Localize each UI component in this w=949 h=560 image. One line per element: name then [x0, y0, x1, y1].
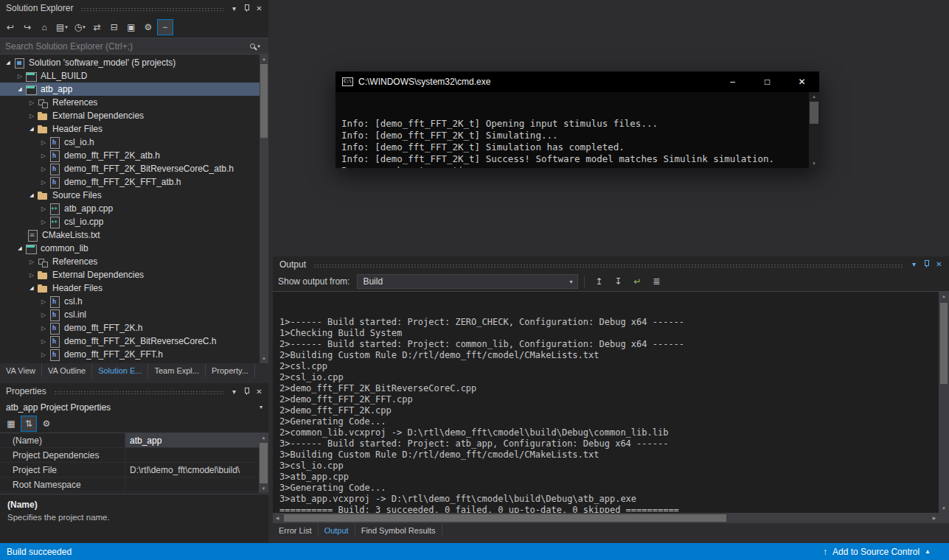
drag-grip[interactable] — [80, 7, 223, 11]
tab-va-outline[interactable]: VA Outline — [42, 363, 92, 377]
preview-selected-items-button[interactable]: − — [157, 19, 173, 35]
expander-icon[interactable]: ▷ — [38, 351, 49, 358]
home-button[interactable]: ⌂ — [36, 19, 52, 35]
tree-item[interactable]: ▷ csl.h — [0, 295, 268, 308]
minimize-button[interactable]: – — [715, 71, 750, 92]
property-value[interactable] — [125, 477, 259, 491]
tree-item[interactable]: ◢ common_lib — [0, 242, 268, 255]
expander-icon[interactable]: ▷ — [38, 325, 49, 332]
tab-find-symbol-results[interactable]: Find Symbol Results — [355, 523, 442, 537]
property-row[interactable]: Root Namespace — [0, 477, 268, 492]
scroll-thumb[interactable] — [284, 514, 726, 522]
close-icon[interactable]: ✕ — [933, 259, 945, 270]
expander-icon[interactable]: ◢ — [3, 60, 13, 66]
navigate-back-button[interactable]: ↩ — [2, 19, 18, 35]
expander-icon[interactable]: ◢ — [27, 285, 37, 291]
tree-item[interactable]: ◢ Solution 'software_model' (5 projects) — [0, 56, 268, 69]
close-button[interactable]: ✕ — [785, 71, 819, 92]
pending-changes-filter-button[interactable]: ◷ ▾ — [72, 19, 88, 35]
tab-solution-explorer[interactable]: Solution E... — [92, 363, 148, 377]
scroll-up-icon[interactable]: ▲ — [259, 433, 268, 442]
property-pages-button[interactable]: ⚙ — [38, 416, 55, 432]
expander-icon[interactable]: ▷ — [38, 139, 49, 146]
show-output-from-select[interactable]: Build ▾ — [357, 274, 578, 289]
expander-icon[interactable]: ▷ — [38, 298, 49, 305]
expander-icon[interactable]: ▷ — [38, 179, 49, 186]
tab-error-list[interactable]: Error List — [273, 523, 319, 537]
tree-item[interactable]: ▷ csl_io.cpp — [0, 215, 268, 228]
close-icon[interactable]: ✕ — [253, 385, 265, 397]
expander-icon[interactable]: ▷ — [38, 312, 49, 318]
expander-icon[interactable]: ▷ — [15, 73, 25, 80]
scroll-thumb[interactable] — [810, 102, 818, 124]
window-position-icon[interactable]: ▾ — [908, 259, 920, 270]
expander-icon[interactable]: ◢ — [15, 86, 25, 92]
properties-button[interactable]: ⚙ — [140, 19, 156, 35]
drag-grip[interactable] — [54, 391, 223, 394]
expander-icon[interactable]: ▷ — [27, 259, 37, 265]
switch-views-button[interactable]: ▤ ▾ — [53, 19, 71, 35]
tree-item[interactable]: ▷ External Dependencies — [0, 268, 268, 281]
expander-icon[interactable]: ▷ — [38, 206, 49, 212]
navigate-forward-button[interactable]: ↪ — [19, 19, 35, 35]
scroll-up-icon[interactable]: ▲ — [809, 92, 819, 101]
collapse-all-button[interactable]: ⊟ — [106, 19, 122, 35]
sync-with-active-document-button[interactable]: ⇄ — [89, 19, 105, 35]
tab-va-view[interactable]: VA View — [0, 363, 42, 377]
tree-item[interactable]: ◢ Header Files — [0, 281, 268, 295]
scroll-left-icon[interactable]: ◀ — [273, 513, 282, 523]
tree-item[interactable]: ▷ ALL_BUILD — [0, 69, 268, 83]
tree-item[interactable]: ▷ demo_fft_FFT_2K_BitReverseCoreC.h — [0, 335, 268, 348]
window-position-icon[interactable]: ▾ — [228, 385, 240, 397]
clear-all-button[interactable]: ≣ — [648, 273, 664, 290]
show-all-files-button[interactable]: ▣ — [123, 19, 139, 35]
pin-icon[interactable] — [920, 259, 933, 270]
alphabetical-button[interactable]: ⇅ — [21, 416, 37, 432]
tree-item[interactable]: ▷ atb_app.cpp — [0, 202, 268, 215]
expander-icon[interactable]: ▷ — [38, 219, 49, 225]
tree-item[interactable]: ▷ csl.inl — [0, 308, 268, 321]
output-titlebar[interactable]: Output ▾ ✕ — [273, 256, 949, 272]
property-value[interactable]: atb_app — [125, 433, 259, 447]
cmd-scrollbar[interactable]: ▲ ▼ — [809, 92, 819, 168]
toggle-word-wrap-button[interactable]: ↵ — [629, 273, 645, 290]
expander-icon[interactable]: ◢ — [15, 245, 25, 251]
scroll-down-icon[interactable]: ▼ — [809, 159, 819, 168]
expander-icon[interactable]: ▷ — [27, 272, 37, 279]
tree-scrollbar[interactable]: ▲ ▼ — [260, 55, 268, 363]
source-control-action[interactable]: ↑ Add to Source Control ▲ — [823, 547, 942, 557]
property-row[interactable]: (Name) atb_app — [0, 433, 268, 448]
expander-icon[interactable]: ◢ — [27, 126, 37, 132]
tree-item[interactable]: ◢ Source Files — [0, 189, 268, 202]
scroll-thumb[interactable] — [260, 443, 268, 483]
property-row[interactable]: Project File D:\rtl\demo_fft\cmodel\buil… — [0, 463, 268, 477]
scroll-up-icon[interactable]: ▲ — [939, 292, 949, 301]
close-icon[interactable]: ✕ — [253, 2, 265, 14]
tree-item[interactable]: ◢ atb_app — [0, 83, 268, 96]
property-row[interactable]: Project Dependencies — [0, 448, 268, 463]
scroll-down-icon[interactable]: ▼ — [259, 484, 268, 493]
tab-team-explorer[interactable]: Team Expl... — [148, 363, 206, 377]
tab-output[interactable]: Output — [319, 523, 355, 537]
tree-item[interactable]: ▷ demo_fft_FFT_2K_BitReverseCoreC_atb.h — [0, 162, 268, 175]
tree-item[interactable]: ▷ demo_fft_FFT_2K.h — [0, 321, 268, 335]
property-grid-scrollbar[interactable]: ▲ ▼ — [259, 433, 268, 493]
tree-item[interactable]: ▷ csl_io.h — [0, 136, 268, 149]
search-input[interactable] — [0, 38, 242, 54]
tree-item[interactable]: ▷ References — [0, 96, 268, 109]
expander-icon[interactable]: ▷ — [38, 166, 49, 172]
object-selector-dropdown[interactable]: atb_app Project Properties ▾ — [0, 399, 268, 415]
scroll-thumb[interactable] — [260, 64, 268, 138]
output-vertical-scrollbar[interactable]: ▲ ▼ — [939, 292, 949, 513]
expander-icon[interactable]: ◢ — [27, 192, 37, 198]
go-to-next-message-button[interactable]: ↧ — [610, 273, 626, 290]
maximize-button[interactable]: □ — [750, 71, 785, 92]
tab-properties[interactable]: Property... — [206, 363, 255, 377]
tree-item[interactable]: ▷ demo_fft_FFT_2K_atb.h — [0, 149, 268, 162]
scroll-down-icon[interactable]: ▼ — [939, 504, 949, 513]
properties-titlebar[interactable]: Properties ▾ ✕ — [0, 383, 268, 399]
expander-icon[interactable]: ▷ — [38, 338, 49, 345]
pin-icon[interactable] — [240, 2, 253, 14]
drag-grip[interactable] — [313, 264, 903, 267]
search-button[interactable]: ▾ — [242, 38, 268, 54]
